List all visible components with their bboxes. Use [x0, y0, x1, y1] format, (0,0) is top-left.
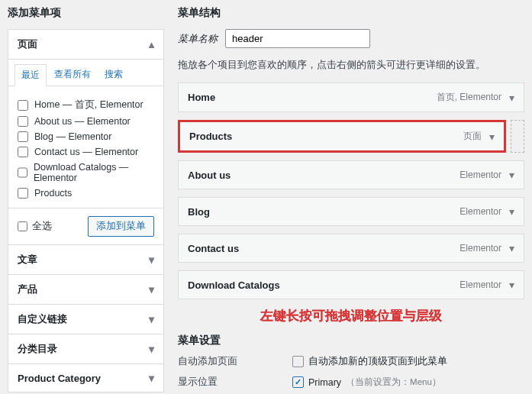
checkbox[interactable] — [18, 116, 28, 127]
chevron-down-icon: ▾ — [149, 313, 154, 325]
tab-recent[interactable]: 最近 — [15, 64, 47, 86]
list-item[interactable]: Download Catalogs — Elementor — [18, 162, 154, 183]
tabs: 最近 查看所有 搜索 — [8, 60, 163, 86]
list-item[interactable]: Blog — Elementor — [18, 131, 154, 142]
annotation-text: 左键长按可拖拽调整位置与层级 — [178, 307, 524, 325]
accordion: 页面 ▴ 最近 查看所有 搜索 Home — 首页, Elementor Abo… — [8, 29, 164, 392]
checkbox[interactable] — [18, 221, 27, 231]
acc-posts[interactable]: 文章▾ — [8, 244, 163, 274]
add-items-title: 添加菜单项 — [8, 6, 164, 20]
chevron-down-icon: ▾ — [149, 283, 154, 296]
page-list: Home — 首页, Elementor About us — Elemento… — [8, 86, 163, 208]
tab-search[interactable]: 搜索 — [98, 64, 129, 86]
checkbox[interactable] — [18, 100, 28, 111]
checkbox[interactable] — [18, 167, 27, 178]
chevron-down-icon[interactable]: ▾ — [489, 131, 495, 143]
checkbox[interactable] — [18, 147, 28, 157]
chevron-down-icon[interactable]: ▾ — [509, 92, 514, 104]
structure-title: 菜单结构 — [178, 6, 524, 20]
list-item[interactable]: Contact us — Elementor — [18, 147, 154, 157]
menu-items: Home 首页, Elementor▾ Products 页面▾ About u… — [178, 82, 524, 299]
acc-prodcat[interactable]: Product Category▾ — [8, 363, 163, 392]
chevron-down-icon[interactable]: ▾ — [509, 242, 514, 254]
menu-item[interactable]: Download Catalogs Elementor▾ — [178, 270, 524, 299]
location-label: 显示位置 — [178, 376, 292, 389]
acc-pages[interactable]: 页面 ▴ — [8, 30, 163, 59]
select-all[interactable]: 全选 — [18, 220, 52, 233]
list-item[interactable]: Home — 首页, Elementor — [18, 98, 154, 111]
list-item[interactable]: Products — [18, 188, 154, 199]
chevron-down-icon[interactable]: ▾ — [509, 279, 514, 291]
menu-item-products[interactable]: Products 页面▾ — [178, 120, 506, 153]
acc-cats[interactable]: 分类目录▾ — [8, 334, 163, 363]
menu-item[interactable]: Blog Elementor▾ — [178, 197, 524, 226]
chevron-down-icon: ▾ — [149, 372, 154, 384]
chevron-up-icon: ▴ — [149, 38, 154, 50]
add-to-menu-button[interactable]: 添加到菜单 — [88, 216, 154, 237]
primary-checkbox[interactable]: ✓ — [292, 376, 304, 388]
settings-heading: 菜单设置 — [178, 334, 524, 347]
list-item[interactable]: About us — Elementor — [18, 116, 154, 127]
acc-products[interactable]: 产品▾ — [8, 274, 163, 304]
menu-name-input[interactable] — [225, 29, 370, 48]
checkbox[interactable] — [18, 188, 28, 199]
menu-item[interactable]: Contact us Elementor▾ — [178, 234, 524, 263]
menu-name-label: 菜单名称 — [178, 32, 218, 46]
auto-add-checkbox[interactable] — [292, 356, 304, 367]
checkbox[interactable] — [18, 131, 28, 142]
menu-item[interactable]: About us Elementor▾ — [178, 160, 524, 189]
chevron-down-icon[interactable]: ▾ — [509, 169, 514, 181]
chevron-down-icon[interactable]: ▾ — [509, 205, 514, 218]
drop-indicator — [511, 120, 524, 153]
menu-item[interactable]: Home 首页, Elementor▾ — [178, 82, 524, 112]
acc-custom[interactable]: 自定义链接▾ — [8, 304, 163, 334]
auto-add-label: 自动添加页面 — [178, 355, 292, 368]
chevron-down-icon: ▾ — [149, 343, 154, 355]
chevron-down-icon: ▾ — [149, 254, 154, 266]
drag-hint: 拖放各个项目到您喜欢的顺序，点击右侧的箭头可进行更详细的设置。 — [178, 59, 524, 72]
tab-all[interactable]: 查看所有 — [48, 64, 97, 86]
